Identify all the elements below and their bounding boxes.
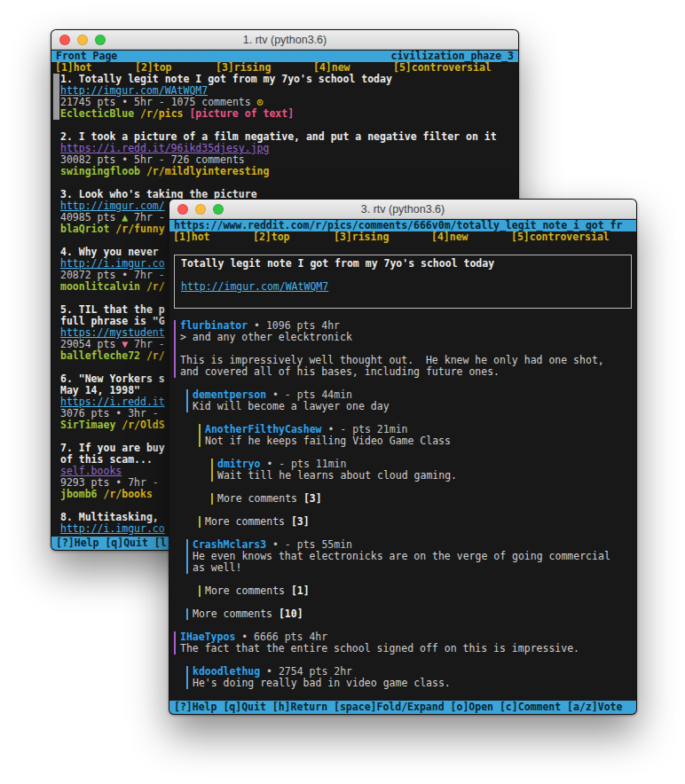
- submission-link[interactable]: https://mystudent: [60, 327, 165, 339]
- sort-tab-5controversial[interactable]: [5]controversial: [393, 62, 492, 74]
- subreddit-link[interactable]: /r/: [140, 281, 165, 293]
- subreddit-link[interactable]: /r/: [140, 350, 165, 362]
- window-rtv-comments[interactable]: 3. rtv (python3.6) https://www.reddit.co…: [169, 199, 637, 715]
- comment-body: Not if he keeps failing Video Game Class: [205, 435, 636, 447]
- close-button[interactable]: [177, 204, 188, 215]
- submission-author[interactable]: blaQriot: [60, 223, 109, 235]
- comment-body: > and any other elecktronick This is imp…: [180, 332, 636, 378]
- gilded-icon: ⊙: [251, 97, 264, 108]
- more-comments-row[interactable]: More comments [3]: [169, 516, 636, 528]
- sort-tab-2top[interactable]: [2]top: [135, 62, 172, 74]
- sort-tab-3rising[interactable]: [3]rising: [334, 231, 389, 243]
- comment-block[interactable]: dementperson • - pts 44minKid will becom…: [169, 389, 636, 412]
- submission-stats: 21745 pts • 5hr - 1075 comments ⊙: [60, 97, 518, 108]
- comment-depth-bar: [174, 320, 176, 378]
- more-comments-label: More comments: [205, 584, 291, 597]
- comment-depth-bar: [186, 539, 188, 574]
- more-comments-row[interactable]: More comments [1]: [169, 585, 636, 597]
- submission-link[interactable]: http://imgur.com/: [60, 200, 165, 212]
- minimize-button[interactable]: [77, 35, 88, 45]
- sort-tab-2top[interactable]: [2]top: [253, 231, 290, 243]
- submission-link[interactable]: self.books: [60, 466, 122, 477]
- more-comments-count: [1]: [291, 584, 310, 597]
- more-comments-label: More comments: [193, 608, 279, 620]
- subreddit-link[interactable]: /r/OldS: [115, 419, 164, 431]
- comment-body: He even knows that electronicks are on t…: [193, 551, 636, 574]
- submission-box[interactable]: Totally legit note I got from my 7yo's s…: [174, 255, 632, 309]
- more-comments-count: [10]: [279, 608, 303, 620]
- sort-tab-1hot[interactable]: [1]hot: [55, 62, 92, 74]
- comment-depth-bar: [186, 666, 188, 689]
- submission-flair: [picture of text]: [322, 280, 427, 281]
- comment-block[interactable]: dmitryo • - pts 11minWait till he learns…: [169, 459, 636, 482]
- traffic-lights: [59, 35, 106, 45]
- comment-block[interactable]: AnotherFilthyCashew • - pts 21minNot if …: [169, 424, 636, 447]
- comment-depth-bar: [186, 608, 188, 620]
- comment-body: Wait till he learns about cloud gaming.: [217, 470, 636, 482]
- comment-depth-bar: [174, 631, 176, 655]
- zoom-button[interactable]: [213, 204, 224, 215]
- comment-depth-bar: [199, 516, 201, 528]
- submission-link[interactable]: https://i.redd.it: [60, 396, 165, 408]
- subreddit-link[interactable]: /r/books: [98, 489, 153, 500]
- submission-author[interactable]: SirTimaey: [60, 419, 115, 431]
- submission-flair: [picture of text]: [183, 108, 294, 120]
- sort-nav: [1]hot[2]top[3]rising[4]new[5]controvers…: [51, 62, 518, 74]
- titlebar[interactable]: 1. rtv (python3.6): [51, 30, 518, 50]
- comment-depth-bar: [211, 493, 213, 505]
- desktop: 1. rtv (python3.6) Front Page civilizati…: [0, 0, 685, 784]
- submission-link[interactable]: http://i.imgur.co: [60, 258, 165, 270]
- terminal-comments: https://www.reddit.com/r/pics/comments/6…: [169, 220, 636, 714]
- submission-author[interactable]: jbomb6: [60, 489, 98, 500]
- submission-stats: 23771 pts • 1155 comments: [242, 303, 396, 304]
- sort-nav: [1]hot[2]top[3]rising[4]new[5]controvers…: [169, 231, 636, 243]
- submission-link[interactable]: http://imgur.com/WAtWQM7: [60, 85, 208, 97]
- comment-body: Kid will become a lawyer one day: [193, 401, 636, 412]
- sort-tab-4new[interactable]: [4]new: [313, 62, 350, 74]
- comment-depth-bar: [211, 459, 213, 482]
- subreddit-link[interactable]: /r/funny: [109, 223, 164, 235]
- submission-row[interactable]: 2. I took a picture of a film negative, …: [60, 131, 518, 177]
- comment-depth-bar: [199, 424, 201, 447]
- zoom-button[interactable]: [95, 35, 106, 45]
- titlebar[interactable]: 3. rtv (python3.6): [169, 200, 636, 219]
- submission-author[interactable]: swingingfloob: [60, 166, 140, 177]
- submission-link[interactable]: http://imgur.com/WAtWQM7: [181, 281, 328, 293]
- comment-depth-bar: [199, 585, 201, 597]
- comment-list: flurbinator • 1096 pts 4hr> and any othe…: [169, 320, 636, 689]
- sort-tab-4new[interactable]: [4]new: [431, 231, 468, 243]
- more-comments-label: More comments: [205, 515, 291, 528]
- traffic-lights: [177, 204, 224, 215]
- submission-link[interactable]: https://i.redd.it/96ikd35djesy.jpg: [60, 143, 269, 154]
- submission-meta: 5hr pics: [433, 280, 482, 281]
- more-comments-count: [3]: [303, 492, 322, 505]
- submission-stats: 30082 pts • 5hr - 726 comments: [60, 154, 518, 166]
- submission-author[interactable]: EclecticBlue: [60, 108, 134, 120]
- minimize-button[interactable]: [195, 204, 206, 215]
- sort-tab-1hot[interactable]: [1]hot: [173, 231, 210, 243]
- submission-author[interactable]: moonlitcalvin: [60, 281, 140, 293]
- sort-tab-5controversial[interactable]: [5]controversial: [511, 231, 610, 243]
- more-comments-count: [3]: [291, 515, 310, 528]
- help-footer: [?]Help [q]Quit [h]Return [space]Fold/Ex…: [169, 701, 636, 714]
- sort-tab-3rising[interactable]: [3]rising: [216, 62, 271, 74]
- submission-title: 2. I took a picture of a film negative, …: [60, 131, 518, 143]
- comment-body: The fact that the entire school signed o…: [180, 643, 636, 655]
- comment-block[interactable]: flurbinator • 1096 pts 4hr> and any othe…: [169, 320, 636, 378]
- submission-link[interactable]: http://i.imgur.co: [60, 523, 165, 535]
- comment-depth-bar: [186, 389, 188, 412]
- more-comments-label: More comments: [217, 492, 303, 505]
- gilded-icon: ⊙: [402, 303, 408, 304]
- submission-author[interactable]: ballefleche72: [60, 350, 140, 362]
- close-button[interactable]: [59, 35, 70, 45]
- comment-block[interactable]: kdoodlethug • 2754 pts 2hrHe's doing rea…: [169, 666, 636, 689]
- comment-body: He's doing really bad in video game clas…: [193, 678, 636, 689]
- more-comments-row[interactable]: More comments [3]: [169, 493, 636, 505]
- submission-row[interactable]: 1. Totally legit note I got from my 7yo'…: [60, 74, 518, 120]
- more-comments-row[interactable]: More comments [10]: [169, 608, 636, 620]
- comment-block[interactable]: CrashMclars3 • - pts 55minHe even knows …: [169, 539, 636, 574]
- comment-block[interactable]: IHaeTypos • 6666 pts 4hrThe fact that th…: [169, 631, 636, 655]
- submission-title: 1. Totally legit note I got from my 7yo'…: [60, 74, 518, 85]
- subreddit-link[interactable]: /r/mildlyinteresting: [140, 166, 269, 177]
- subreddit-link[interactable]: /r/pics: [134, 108, 183, 120]
